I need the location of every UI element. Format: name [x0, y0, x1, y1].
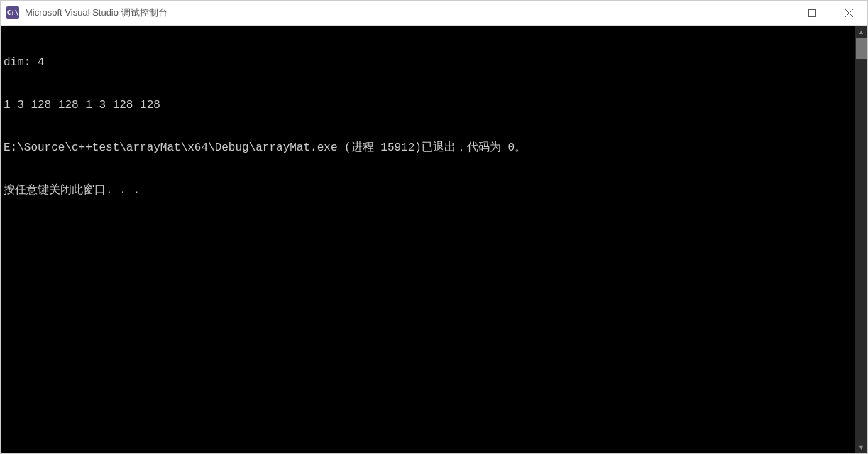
vertical-scrollbar[interactable]: ▲ ▼ — [855, 26, 867, 453]
app-icon: C:\ — [6, 6, 19, 19]
titlebar[interactable]: C:\ Microsoft Visual Studio 调试控制台 — [1, 1, 867, 26]
close-button[interactable] — [830, 1, 867, 25]
scroll-thumb[interactable] — [856, 38, 867, 59]
window-title: Microsoft Visual Studio 调试控制台 — [25, 6, 167, 19]
console-line: 按任意键关闭此窗口. . . — [4, 183, 852, 198]
svg-rect-1 — [808, 9, 815, 16]
app-window: C:\ Microsoft Visual Studio 调试控制台 dim: 4… — [0, 0, 868, 454]
scroll-down-arrow-icon[interactable]: ▼ — [855, 441, 867, 453]
console-line: 1 3 128 128 1 3 128 128 — [4, 98, 852, 112]
console-line: E:\Source\c++test\arrayMat\x64\Debug\arr… — [4, 141, 852, 155]
scroll-up-arrow-icon[interactable]: ▲ — [855, 26, 867, 38]
console-area: dim: 4 1 3 128 128 1 3 128 128 E:\Source… — [1, 26, 867, 453]
maximize-icon — [808, 9, 816, 17]
maximize-button[interactable] — [793, 1, 830, 25]
console-content[interactable]: dim: 4 1 3 128 128 1 3 128 128 E:\Source… — [1, 26, 855, 453]
minimize-button[interactable] — [757, 1, 793, 25]
close-icon — [845, 9, 853, 17]
console-line: dim: 4 — [4, 55, 852, 70]
minimize-icon — [771, 9, 779, 17]
window-controls — [757, 1, 867, 25]
